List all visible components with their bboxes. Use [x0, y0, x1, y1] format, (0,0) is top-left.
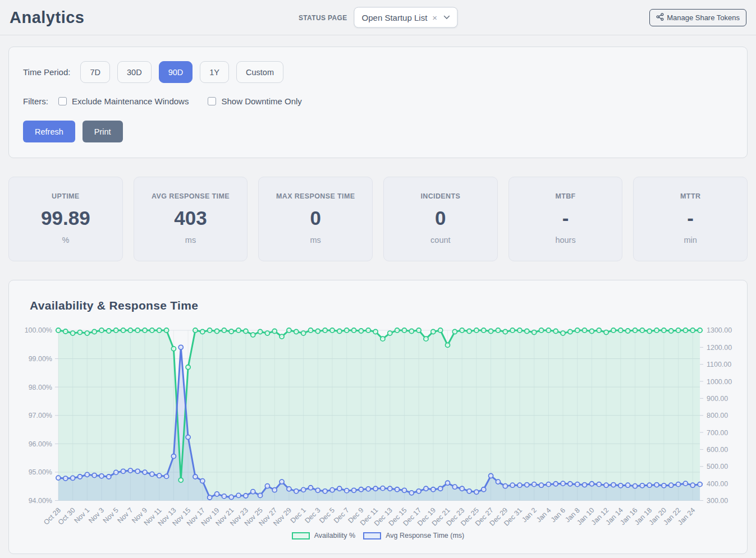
right-axis-tick-label: 1000.00: [707, 378, 732, 386]
stat-label: INCIDENTS: [390, 192, 492, 200]
right-axis-tick-label: 700.00: [707, 429, 728, 437]
stat-card-avg-response: AVG RESPONSE TIME 403 ms: [134, 177, 248, 261]
response-time-swatch-icon: [363, 532, 381, 539]
status-page-dropdown[interactable]: Open Startup List ×: [354, 7, 458, 28]
x-axis-tick-label: Jan 2: [520, 506, 538, 524]
time-period-90d-button[interactable]: 90D: [159, 61, 193, 83]
time-period-7d-button[interactable]: 7D: [80, 61, 110, 83]
share-icon: [656, 13, 664, 22]
stat-value: -: [515, 207, 617, 229]
chevron-down-icon: [443, 16, 450, 20]
left-axis-tick-label: 95.00%: [29, 468, 52, 476]
stat-value: 99.89: [15, 207, 117, 229]
stat-value: 0: [390, 207, 492, 229]
x-axis-tick-label: Nov 1: [72, 506, 91, 525]
filter-panel: Time Period: 7D 30D 90D 1Y Custom Filter…: [8, 47, 748, 158]
stat-unit: ms: [140, 236, 242, 245]
x-axis-tick-label: Jan 4: [535, 506, 553, 524]
stat-card-mtbf: MTBF - hours: [508, 177, 623, 261]
left-axis-tick-label: 94.00%: [29, 497, 52, 505]
time-period-label: Time Period:: [23, 67, 70, 77]
left-axis-tick-label: 99.00%: [29, 355, 52, 363]
time-period-custom-button[interactable]: Custom: [236, 61, 283, 83]
right-axis-tick-label: 800.00: [707, 412, 728, 419]
filters-label: Filters:: [23, 96, 48, 106]
stat-unit: min: [639, 236, 741, 245]
right-axis-tick-label: 1100.00: [707, 361, 731, 368]
exclude-maintenance-checkbox[interactable]: Exclude Maintenance Windows: [58, 96, 189, 106]
stat-card-max-response: MAX RESPONSE TIME 0 ms: [258, 177, 373, 261]
x-axis-tick-label: Dec 7: [332, 506, 351, 525]
time-period-30d-button[interactable]: 30D: [117, 61, 152, 83]
legend-item-response-time[interactable]: Avg Response Time (ms): [363, 532, 464, 539]
stat-value: -: [639, 207, 741, 229]
legend-label: Avg Response Time (ms): [386, 532, 464, 539]
x-axis-tick-label: Dec 3: [303, 506, 322, 525]
x-axis-tick-label: Nov 3: [87, 506, 106, 525]
stat-label: MTTR: [639, 192, 741, 200]
status-page-selected-value: Open Startup List: [362, 13, 428, 22]
stat-card-uptime: UPTIME 99.89 %: [8, 177, 123, 261]
stat-label: MTBF: [515, 192, 617, 200]
close-icon[interactable]: ×: [432, 13, 437, 22]
availability-swatch-icon: [292, 532, 310, 539]
exclude-maintenance-label: Exclude Maintenance Windows: [72, 96, 189, 106]
status-page-label: STATUS PAGE: [299, 13, 347, 21]
legend-label: Availability %: [314, 532, 355, 539]
stat-label: UPTIME: [15, 192, 117, 200]
stat-card-incidents: INCIDENTS 0 count: [383, 177, 498, 261]
time-period-group: 7D 30D 90D 1Y Custom: [80, 61, 283, 83]
right-axis-tick-label: 1200.00: [707, 344, 732, 352]
stat-value: 403: [140, 207, 242, 229]
show-downtime-checkbox[interactable]: Show Downtime Only: [208, 96, 301, 106]
stat-unit: hours: [515, 236, 617, 245]
chart-legend: Availability % Avg Response Time (ms): [21, 532, 735, 539]
chart-panel: Availability & Response Time 100.00%99.0…: [8, 280, 748, 554]
x-axis-tick-label: Dec 5: [318, 506, 336, 525]
chart-canvas: 100.00%99.00%98.00%97.00%96.00%95.00%94.…: [21, 322, 735, 531]
left-axis-tick-label: 97.00%: [29, 412, 52, 419]
left-axis-tick-label: 96.00%: [29, 440, 52, 448]
x-axis-tick-label: Dec 1: [289, 506, 308, 525]
time-period-1y-button[interactable]: 1Y: [200, 61, 229, 83]
stat-unit: ms: [264, 236, 366, 245]
right-axis-tick-label: 500.00: [707, 463, 728, 471]
x-axis-tick-label: Nov 5: [102, 506, 120, 525]
availability-response-chart: 100.00%99.00%98.00%97.00%96.00%95.00%94.…: [21, 322, 735, 539]
manage-share-tokens-button[interactable]: Manage Share Tokens: [649, 9, 746, 26]
stat-unit: %: [15, 236, 117, 245]
stat-label: AVG RESPONSE TIME: [140, 192, 242, 200]
legend-item-availability[interactable]: Availability %: [292, 532, 355, 539]
status-page-selector: STATUS PAGE Open Startup List ×: [299, 7, 457, 28]
top-header: Analytics STATUS PAGE Open Startup List …: [0, 0, 756, 35]
right-axis-tick-label: 900.00: [707, 395, 728, 403]
stat-value: 0: [264, 207, 366, 229]
x-axis-tick-label: Jan 6: [549, 506, 567, 524]
manage-share-tokens-label: Manage Share Tokens: [667, 13, 740, 22]
right-axis-tick-label: 400.00: [707, 480, 728, 488]
show-downtime-label: Show Downtime Only: [221, 96, 301, 106]
stat-card-mttr: MTTR - min: [633, 177, 748, 261]
stat-unit: count: [390, 236, 492, 245]
exclude-maintenance-checkbox-box[interactable]: [58, 97, 67, 105]
x-axis-tick-label: Nov 7: [116, 506, 135, 525]
right-axis-tick-label: 300.00: [707, 497, 728, 505]
refresh-button[interactable]: Refresh: [23, 121, 75, 142]
right-axis-tick-label: 600.00: [707, 446, 728, 454]
stat-label: MAX RESPONSE TIME: [264, 192, 366, 200]
page-title: Analytics: [10, 8, 84, 27]
left-axis-tick-label: 100.00%: [25, 326, 52, 334]
right-axis-tick-label: 1300.00: [707, 326, 732, 334]
left-axis-tick-label: 98.00%: [29, 384, 52, 391]
print-button[interactable]: Print: [83, 121, 123, 142]
chart-title: Availability & Response Time: [21, 293, 735, 318]
stats-row: UPTIME 99.89 % AVG RESPONSE TIME 403 ms …: [8, 177, 748, 261]
show-downtime-checkbox-box[interactable]: [208, 97, 216, 105]
